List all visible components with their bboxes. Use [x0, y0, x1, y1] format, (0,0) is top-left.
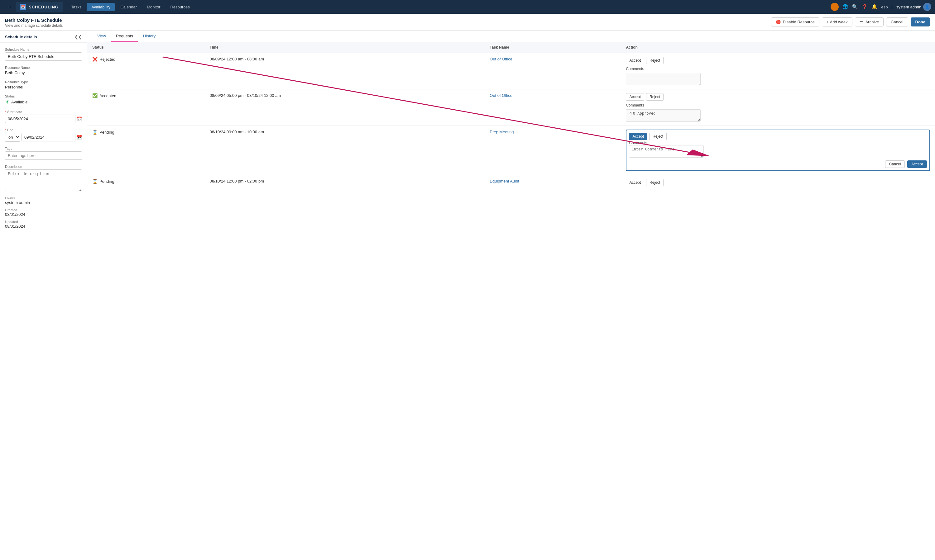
- page-actions: ⛔ Disable Resource + Add week 🗃 Archive …: [771, 17, 930, 26]
- accept-small-button[interactable]: Accept: [907, 160, 927, 168]
- nav-right: 🌐 🔍 ❓ 🔔 esp | system admin 👤: [831, 3, 931, 11]
- owner-field: Owner system admin: [0, 195, 87, 206]
- schedule-name-input[interactable]: [5, 52, 82, 61]
- accept-button[interactable]: Accept: [626, 57, 644, 64]
- task-cell: Prep Meeting: [484, 126, 621, 175]
- tabs-row: View Requests History: [87, 31, 935, 42]
- tags-input[interactable]: [5, 151, 82, 160]
- resource-type-value: Personnel: [5, 85, 23, 89]
- comments-label: Comments: [626, 67, 930, 71]
- end-date-field: End on 📅: [0, 126, 87, 144]
- tab-history[interactable]: History: [138, 31, 160, 42]
- task-cell: Equipment Audit: [484, 175, 621, 190]
- disable-resource-button[interactable]: ⛔ Disable Resource: [771, 17, 819, 26]
- accept-button[interactable]: Accept: [626, 93, 644, 101]
- action-cell: Accept Reject: [621, 175, 935, 190]
- page-subtitle: View and manage schedule details: [5, 23, 63, 28]
- time-cell: 08/09/24 05:00 pm - 08/10/24 12:00 am: [205, 89, 484, 126]
- start-date-input[interactable]: [5, 115, 76, 123]
- accepted-icon: ✅: [92, 93, 97, 98]
- content-area: View Requests History Status Time: [87, 31, 935, 558]
- comments-input[interactable]: [629, 145, 704, 158]
- accept-button[interactable]: Accept: [629, 133, 647, 140]
- requests-table: Status Time Task Name Action ❌ Rejected: [87, 42, 935, 190]
- tab-requests[interactable]: Requests: [111, 31, 138, 42]
- description-label: Description: [5, 165, 82, 169]
- add-week-button[interactable]: + Add week: [822, 17, 852, 26]
- done-button[interactable]: Done: [911, 17, 930, 26]
- comments-label: Comments: [629, 141, 927, 145]
- notifications-icon[interactable]: 🔔: [872, 4, 877, 10]
- reject-button[interactable]: Reject: [649, 133, 667, 140]
- main-layout: Schedule details ❮❮ Schedule Name Resour…: [0, 31, 935, 558]
- pending-icon: ⌛: [92, 179, 97, 184]
- archive-button[interactable]: 🗃 Archive: [855, 17, 884, 26]
- reject-button[interactable]: Reject: [646, 179, 663, 186]
- nav-tasks[interactable]: Tasks: [67, 3, 86, 11]
- task-link[interactable]: Out of Office: [490, 57, 512, 62]
- resource-name-value: Beth Colby: [5, 71, 25, 75]
- brand-icon: 📅: [20, 4, 26, 10]
- status-text: Rejected: [99, 57, 115, 62]
- end-date-calendar-icon[interactable]: 📅: [77, 135, 82, 140]
- col-task-name: Task Name: [484, 42, 621, 53]
- sidebar: Schedule details ❮❮ Schedule Name Resour…: [0, 31, 87, 558]
- nav-availability[interactable]: Availability: [87, 3, 115, 11]
- help-icon[interactable]: ❓: [862, 4, 868, 10]
- task-cell: Out of Office: [484, 53, 621, 89]
- resource-name-label: Resource Name: [5, 66, 82, 69]
- created-field: Created 08/01/2024: [0, 206, 87, 218]
- tags-label: Tags: [5, 147, 82, 151]
- status-text: Accepted: [99, 94, 116, 98]
- search-icon[interactable]: 🔍: [852, 4, 858, 10]
- nav-monitor[interactable]: Monitor: [142, 3, 165, 11]
- created-value: 08/01/2024: [5, 212, 82, 217]
- accept-button[interactable]: Accept: [626, 179, 644, 186]
- cancel-small-button[interactable]: Cancel: [885, 160, 905, 168]
- table-row: ⌛ Pending 08/10/24 09:00 am - 10:30 am P…: [87, 126, 935, 175]
- task-link[interactable]: Equipment Audit: [490, 179, 519, 183]
- table-row: ⌛ Pending 08/10/24 12:00 pm - 02:00 pm E…: [87, 175, 935, 190]
- user-name: system admin: [896, 5, 921, 9]
- end-date-input[interactable]: [22, 133, 76, 142]
- status-cell: ⌛ Pending: [87, 175, 205, 190]
- reject-button[interactable]: Reject: [646, 93, 663, 101]
- status-cell: ✅ Accepted: [87, 89, 205, 126]
- description-field: Description: [0, 162, 87, 195]
- start-date-label: Start date: [5, 110, 82, 114]
- start-date-calendar-icon[interactable]: 📅: [77, 117, 82, 122]
- user-menu[interactable]: system admin 👤: [896, 3, 931, 11]
- status-value: Available: [11, 100, 28, 104]
- page-title-area: Beth Colby FTE Schedule View and manage …: [5, 17, 63, 28]
- user-avatar: 👤: [923, 3, 931, 11]
- task-link[interactable]: Prep Meeting: [490, 129, 514, 134]
- back-button[interactable]: ←: [4, 3, 14, 12]
- task-link[interactable]: Out of Office: [490, 93, 512, 98]
- start-date-field: Start date 📅: [0, 108, 87, 126]
- comments-input[interactable]: PTO Approved: [626, 109, 700, 122]
- language-label: esp: [881, 5, 888, 9]
- comments-input[interactable]: [626, 73, 700, 85]
- status-cell: ❌ Rejected: [87, 53, 205, 89]
- pending-icon: ⌛: [92, 129, 97, 135]
- nav-calendar[interactable]: Calendar: [116, 3, 141, 11]
- col-action: Action: [621, 42, 935, 53]
- cancel-button[interactable]: Cancel: [886, 17, 908, 26]
- task-cell: Out of Office: [484, 89, 621, 126]
- sidebar-title: Schedule details: [5, 35, 37, 39]
- end-date-label: End: [5, 128, 82, 132]
- time-cell: 08/10/24 12:00 pm - 02:00 pm: [205, 175, 484, 190]
- globe-icon[interactable]: 🌐: [842, 4, 849, 10]
- tags-field: Tags: [0, 144, 87, 162]
- reject-button[interactable]: Reject: [646, 57, 663, 64]
- owner-value: system admin: [5, 200, 82, 205]
- status-badge: ☀ Available: [5, 99, 82, 105]
- sidebar-collapse-button[interactable]: ❮❮: [74, 34, 82, 39]
- tab-view[interactable]: View: [92, 31, 111, 42]
- description-input[interactable]: [5, 169, 82, 191]
- nav-resources[interactable]: Resources: [166, 3, 194, 11]
- time-cell: 08/09/24 12:00 am - 08:00 am: [205, 53, 484, 89]
- end-select[interactable]: on: [5, 133, 20, 142]
- nav-brand: 📅 SCHEDULING: [15, 2, 63, 12]
- updated-value: 08/01/2024: [5, 224, 82, 229]
